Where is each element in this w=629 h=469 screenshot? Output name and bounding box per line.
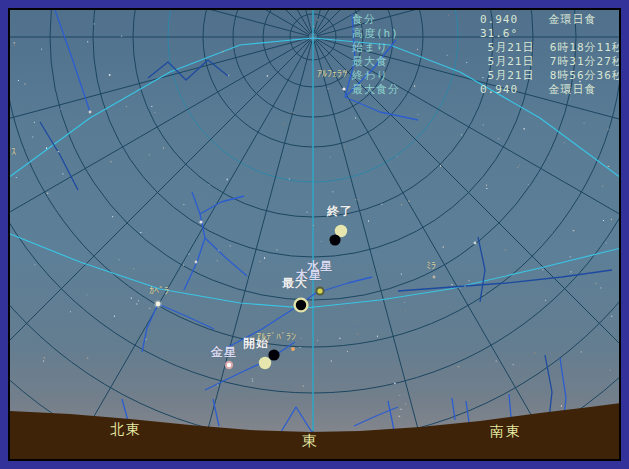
star-dot bbox=[252, 379, 253, 380]
star-name-label: ｱﾙﾃﾞﾊﾞﾗﾝ bbox=[256, 332, 296, 342]
star-dot bbox=[330, 156, 331, 157]
constellation-line bbox=[213, 399, 219, 426]
star-dot bbox=[461, 134, 462, 135]
star-dot bbox=[34, 122, 35, 123]
star-dot bbox=[136, 304, 137, 305]
star-dot bbox=[404, 302, 405, 303]
star-dot bbox=[505, 249, 506, 250]
star-dot bbox=[603, 220, 604, 221]
bright-star bbox=[199, 220, 202, 223]
star-dot bbox=[332, 191, 333, 192]
star-dot bbox=[228, 75, 229, 76]
star-dot bbox=[548, 157, 549, 158]
bright-star bbox=[156, 302, 161, 307]
bright-star bbox=[291, 347, 295, 351]
star-dot bbox=[399, 395, 400, 396]
star-dot bbox=[517, 167, 518, 168]
star-dot bbox=[397, 156, 398, 157]
info-row-label: 食分 bbox=[352, 12, 480, 27]
star-dot bbox=[259, 261, 260, 262]
star-dot bbox=[227, 179, 228, 181]
sky-view[interactable]: 開始最大終了水星木星金星ｱﾙﾌｪﾗﾂﾗﾘｽｶﾍﾟﾗﾐﾗｱﾙﾃﾞﾊﾞﾗﾝ北東東南東… bbox=[8, 8, 621, 461]
star-dot bbox=[519, 165, 520, 166]
info-row-label: 始まり bbox=[352, 40, 480, 55]
star-dot bbox=[217, 260, 218, 262]
constellation-line bbox=[281, 407, 313, 434]
sun-disc bbox=[259, 357, 271, 369]
star-dot bbox=[41, 49, 42, 50]
info-row-value: 5月21日 8時56分36秒 bbox=[480, 68, 621, 83]
info-row-label: 高度(h) bbox=[352, 26, 480, 41]
constellation-line bbox=[40, 122, 78, 190]
star-dot bbox=[14, 45, 15, 46]
grid-azimuth-line bbox=[314, 41, 473, 459]
constellation-line bbox=[158, 304, 214, 329]
star-dot bbox=[486, 188, 487, 189]
star-dot bbox=[608, 129, 609, 130]
star-dot bbox=[602, 185, 603, 186]
star-dot bbox=[321, 241, 322, 242]
star-dot bbox=[301, 338, 302, 339]
planet-dot bbox=[317, 288, 322, 293]
annular-eclipse-symbol bbox=[295, 299, 308, 312]
grid-azimuth-line bbox=[10, 40, 311, 459]
star-dot bbox=[87, 41, 88, 42]
eclipse-event-label: 終了 bbox=[327, 205, 353, 217]
star-dot bbox=[355, 199, 356, 200]
bright-star bbox=[342, 87, 345, 90]
star-dot bbox=[44, 357, 45, 359]
star-dot bbox=[368, 220, 369, 222]
info-row: 始まり 5月21日 6時18分11秒 bbox=[352, 40, 621, 54]
grid-azimuth-line bbox=[10, 10, 310, 35]
star-dot bbox=[443, 246, 444, 248]
star-dot bbox=[16, 177, 17, 178]
star-dot bbox=[347, 351, 348, 352]
direction-label: 東 bbox=[302, 434, 319, 449]
star-dot bbox=[328, 88, 329, 89]
star-dot bbox=[32, 136, 33, 137]
star-dot bbox=[588, 274, 589, 275]
star-dot bbox=[608, 166, 610, 167]
ground-horizon bbox=[10, 403, 619, 459]
star-dot bbox=[313, 26, 314, 27]
star-dot bbox=[222, 51, 223, 53]
star-dot bbox=[611, 316, 612, 317]
constellation-line bbox=[345, 97, 418, 120]
star-dot bbox=[149, 308, 150, 309]
star-dot bbox=[483, 294, 484, 295]
star-dot bbox=[405, 403, 406, 404]
star-dot bbox=[359, 199, 360, 200]
star-dot bbox=[465, 285, 466, 287]
star-dot bbox=[570, 271, 571, 272]
constellation-line bbox=[200, 196, 244, 214]
star-dot bbox=[394, 383, 396, 384]
star-dot bbox=[201, 192, 202, 193]
direction-label: 南東 bbox=[490, 424, 522, 438]
star-dot bbox=[528, 184, 529, 185]
info-row-value: 5月21日 7時31分27秒 bbox=[480, 54, 621, 69]
star-dot bbox=[47, 193, 49, 194]
star-dot bbox=[25, 238, 26, 239]
star-dot bbox=[109, 74, 111, 76]
app-window: 開始最大終了水星木星金星ｱﾙﾌｪﾗﾂﾗﾘｽｶﾍﾟﾗﾐﾗｱﾙﾃﾞﾊﾞﾗﾝ北東東南東… bbox=[0, 0, 629, 469]
bright-star bbox=[474, 242, 477, 245]
star-dot bbox=[252, 381, 253, 382]
star-dot bbox=[149, 154, 150, 155]
constellation-line bbox=[388, 401, 394, 430]
star-dot bbox=[276, 249, 277, 250]
star-dot bbox=[293, 112, 294, 114]
star-dot bbox=[218, 250, 219, 251]
star-dot bbox=[306, 212, 307, 213]
star-dot bbox=[417, 114, 418, 115]
planet-label: 金星 bbox=[211, 346, 237, 358]
star-dot bbox=[486, 185, 487, 186]
star-dot bbox=[458, 366, 460, 367]
star-dot bbox=[217, 384, 218, 386]
star-dot bbox=[581, 351, 582, 352]
star-dot bbox=[138, 300, 139, 301]
star-dot bbox=[401, 204, 402, 205]
star-dot bbox=[151, 106, 152, 107]
star-dot bbox=[440, 165, 441, 167]
grid-azimuth-line bbox=[10, 10, 309, 36]
star-dot bbox=[110, 161, 111, 162]
